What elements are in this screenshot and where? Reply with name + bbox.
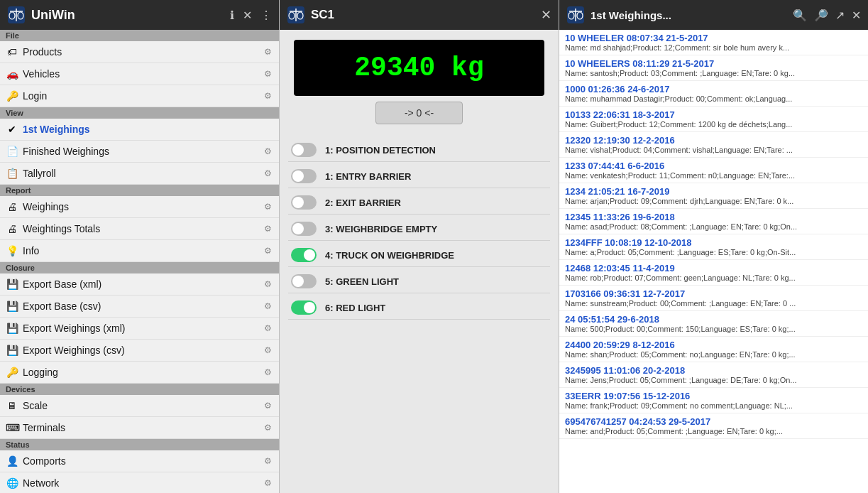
io-item-green-light[interactable]: 5: GREEN LIGHT — [288, 270, 550, 293]
weighing-entry-2[interactable]: 1000 01:26:36 24-6-2017Name: muhammad Da… — [559, 81, 868, 107]
menu-item-left-1st-weighings: ✔1st Weighings — [6, 124, 90, 135]
terminals-arrow: ⚙ — [264, 423, 272, 433]
toggle-exit-barrier[interactable] — [291, 195, 317, 210]
scale-label: Scale — [23, 400, 48, 411]
left-menu: File🏷Products⚙🚗Vehicles⚙🔑Login⚙View✔1st … — [0, 30, 279, 493]
menu-item-left-network: 🌐Network — [6, 477, 59, 489]
weighing-entry-12[interactable]: 24400 20:59:29 8-12-2016Name: shan;Produ… — [559, 337, 868, 362]
right-panel: 1st Weighings... 🔍 🔎 ↗ ✕ 10 WHEELER 08:0… — [559, 0, 868, 493]
more-icon[interactable]: ⋮ — [260, 9, 272, 22]
info-icon[interactable]: ℹ — [230, 9, 234, 22]
network-arrow: ⚙ — [264, 478, 272, 488]
io-item-exit-barrier[interactable]: 2: EXIT BARRIER — [288, 191, 550, 215]
weighing-entry-15[interactable]: 695476741257 04:24:53 29-5-2017Name: and… — [559, 413, 868, 439]
menu-item-products[interactable]: 🏷Products⚙ — [0, 41, 279, 63]
weighing-entry-1[interactable]: 10 WHEELERS 08:11:29 21-5-2017Name: sant… — [559, 55, 868, 81]
middle-header: SC1 ✕ — [280, 0, 559, 30]
vehicles-icon: 🚗 — [6, 68, 18, 80]
toggle-green-light[interactable] — [291, 274, 317, 288]
toggle-weighbridge-empty[interactable] — [291, 222, 317, 236]
menu-item-tallyroll[interactable]: 📋Tallyroll⚙ — [0, 163, 279, 185]
weighing-entry-13[interactable]: 3245995 11:01:06 20-2-2018Name: Jens;Pro… — [559, 362, 868, 388]
toggle-truck-on-weighbridge[interactable] — [291, 248, 317, 262]
weighing-entry-0[interactable]: 10 WHEELER 08:07:34 21-5-2017Name: md sh… — [559, 30, 868, 55]
left-header: UniWin ℹ ✕ ⋮ — [0, 0, 279, 30]
finished-weighings-arrow: ⚙ — [264, 146, 272, 156]
io-item-truck-on-weighbridge[interactable]: 4: TRUCK ON WEIGHBRIDGE — [288, 244, 550, 267]
menu-item-left-export-weighings-csv: 💾Export Weighings (csv) — [6, 345, 125, 356]
weighing-detail-3: Name: Guibert;Product: 12;Comment: 1200 … — [565, 120, 862, 129]
search-icon[interactable]: 🔍 — [793, 9, 807, 22]
weighing-entry-9[interactable]: 12468 12:03:45 11-4-2019Name: rob;Produc… — [559, 260, 868, 286]
section-label-status: Status — [0, 439, 279, 450]
weighing-detail-5: Name: venkatesh;Product: 11;Comment: n0;… — [565, 171, 862, 180]
export-base-xml-arrow: ⚙ — [264, 279, 272, 289]
right-title: 1st Weighings... — [590, 9, 671, 21]
weighing-title-7: 12345 11:33:26 19-6-2018 — [565, 212, 862, 222]
weighing-detail-8: Name: a;Product: 05;Comment: ;Language: … — [565, 248, 862, 256]
menu-item-logging[interactable]: 🔑Logging⚙ — [0, 362, 279, 384]
weighing-entry-8[interactable]: 1234FFF 10:08:19 12-10-2018Name: a;Produ… — [559, 234, 868, 260]
weighing-entry-4[interactable]: 12320 12:19:30 12-2-2016Name: vishal;Pro… — [559, 132, 868, 158]
zoom-icon[interactable]: 🔎 — [814, 9, 828, 22]
weighing-detail-11: Name: 500;Product: 00;Comment: 150;Langu… — [565, 325, 862, 333]
menu-item-comports[interactable]: 👤Comports⚙ — [0, 450, 279, 472]
toggle-entry-barrier[interactable] — [291, 169, 317, 183]
toggle-red-light[interactable] — [291, 300, 317, 315]
app-logo — [7, 6, 26, 24]
weighing-entry-6[interactable]: 1234 21:05:21 16-7-2019Name: arjan;Produ… — [559, 183, 868, 209]
menu-item-info[interactable]: 💡Info⚙ — [0, 240, 279, 262]
weighing-title-12: 24400 20:59:29 8-12-2016 — [565, 340, 862, 350]
weighing-list: 10 WHEELER 08:07:34 21-5-2017Name: md sh… — [559, 30, 868, 493]
comports-icon: 👤 — [6, 455, 18, 467]
menu-item-export-weighings-csv[interactable]: 💾Export Weighings (csv)⚙ — [0, 340, 279, 362]
weighing-entry-10[interactable]: 1703166 09:36:31 12-7-2017Name: sunstrea… — [559, 286, 868, 311]
weighing-detail-13: Name: Jens;Product: 05;Comment: ;Languag… — [565, 376, 862, 384]
weighing-detail-0: Name: md shahjad;Product: 12;Comment: si… — [565, 43, 862, 52]
weightings-totals-arrow: ⚙ — [264, 224, 272, 234]
menu-item-1st-weighings[interactable]: ✔1st Weighings — [0, 119, 279, 141]
menu-item-left-tallyroll: 📋Tallyroll — [6, 168, 56, 179]
menu-item-export-base-xml[interactable]: 💾Export Base (xml)⚙ — [0, 273, 279, 296]
right-header: 1st Weighings... 🔍 🔎 ↗ ✕ — [559, 0, 868, 30]
io-item-red-light[interactable]: 6: RED LIGHT — [288, 296, 550, 320]
comports-label: Comports — [23, 455, 66, 467]
middle-close-icon[interactable]: ✕ — [541, 7, 551, 23]
weighing-entry-3[interactable]: 10133 22:06:31 18-3-2017Name: Guibert;Pr… — [559, 107, 868, 132]
toggle-position-detection[interactable] — [291, 143, 317, 157]
weighing-title-8: 1234FFF 10:08:19 12-10-2018 — [565, 237, 862, 248]
menu-item-login[interactable]: 🔑Login⚙ — [0, 85, 279, 107]
menu-item-scale[interactable]: 🖥Scale⚙ — [0, 395, 279, 417]
right-close-icon[interactable]: ✕ — [852, 9, 861, 22]
menu-item-vehicles[interactable]: 🚗Vehicles⚙ — [0, 63, 279, 85]
export-icon[interactable]: ↗ — [835, 9, 845, 22]
io-item-entry-barrier[interactable]: 1: ENTRY BARRIER — [288, 165, 550, 188]
weighing-entry-11[interactable]: 24 05:51:54 29-6-2018Name: 500;Product: … — [559, 311, 868, 337]
section-label-file: File — [0, 30, 279, 41]
weighing-entry-14[interactable]: 33EERR 19:07:56 15-12-2016Name: frank;Pr… — [559, 388, 868, 413]
zero-button[interactable]: -> 0 <- — [375, 102, 463, 124]
io-label-green-light: 5: GREEN LIGHT — [325, 276, 399, 287]
menu-item-network[interactable]: 🌐Network⚙ — [0, 472, 279, 493]
menu-item-finished-weighings[interactable]: 📄Finished Weighings⚙ — [0, 141, 279, 163]
export-weighings-xml-label: Export Weighings (xml) — [23, 323, 125, 334]
menu-item-export-base-csv[interactable]: 💾Export Base (csv)⚙ — [0, 296, 279, 318]
weighing-entry-7[interactable]: 12345 11:33:26 19-6-2018Name: asad;Produ… — [559, 209, 868, 234]
weighing-detail-9: Name: rob;Product: 07;Comment: geen;Lang… — [565, 273, 862, 282]
menu-item-left-export-base-xml: 💾Export Base (xml) — [6, 278, 101, 290]
weighings-label: Weighings — [23, 201, 69, 212]
io-item-weighbridge-empty[interactable]: 3: WEIGHBRIDGE EMPTY — [288, 217, 550, 241]
menu-item-terminals[interactable]: ⌨Terminals⚙ — [0, 417, 279, 439]
io-item-position-detection[interactable]: 1: POSITION DETECTION — [288, 139, 550, 162]
menu-item-left-products: 🏷Products — [6, 46, 62, 58]
weightings-totals-icon: 🖨 — [6, 223, 18, 234]
weighing-detail-15: Name: and;Product: 05;Comment: ;Language… — [565, 427, 862, 435]
weighings-arrow: ⚙ — [264, 202, 272, 212]
weighing-entry-5[interactable]: 1233 07:44:41 6-6-2016Name: venkatesh;Pr… — [559, 158, 868, 183]
weighing-detail-12: Name: shan;Product: 05;Comment: no;Langu… — [565, 350, 862, 359]
close-icon[interactable]: ✕ — [243, 9, 252, 22]
weighing-title-0: 10 WHEELER 08:07:34 21-5-2017 — [565, 33, 862, 43]
menu-item-weighings[interactable]: 🖨Weighings⚙ — [0, 196, 279, 218]
menu-item-weightings-totals[interactable]: 🖨Weightings Totals⚙ — [0, 218, 279, 240]
menu-item-export-weighings-xml[interactable]: 💾Export Weighings (xml)⚙ — [0, 318, 279, 340]
